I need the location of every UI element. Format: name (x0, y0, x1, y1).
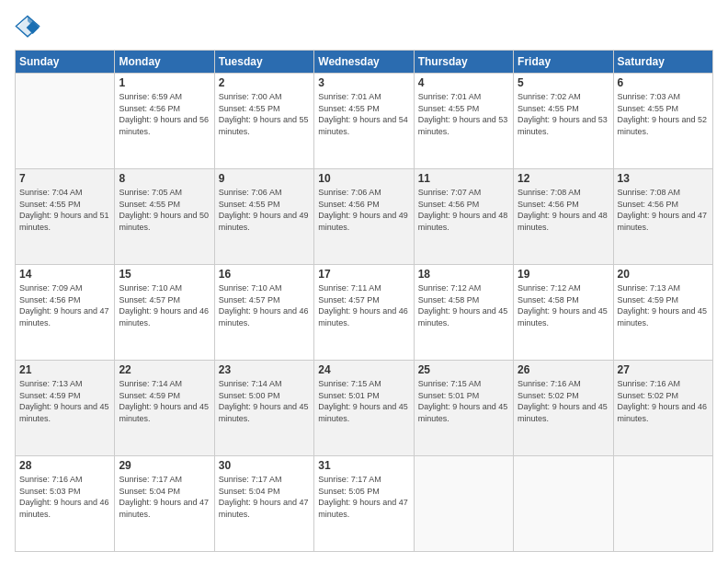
day-info: Sunrise: 7:01 AMSunset: 4:55 PMDaylight:… (318, 91, 409, 137)
day-info: Sunrise: 7:06 AMSunset: 4:56 PMDaylight:… (318, 187, 409, 233)
day-info: Sunrise: 7:17 AMSunset: 5:05 PMDaylight:… (318, 474, 409, 520)
calendar-cell: 25Sunrise: 7:15 AMSunset: 5:01 PMDayligh… (414, 361, 513, 456)
day-number: 13 (618, 172, 709, 185)
logo-icon (15, 15, 40, 40)
day-info: Sunrise: 7:10 AMSunset: 4:57 PMDaylight:… (119, 282, 210, 328)
day-info: Sunrise: 7:17 AMSunset: 5:04 PMDaylight:… (119, 474, 210, 520)
calendar-cell: 4Sunrise: 7:01 AMSunset: 4:55 PMDaylight… (414, 74, 513, 169)
calendar-cell: 24Sunrise: 7:15 AMSunset: 5:01 PMDayligh… (314, 361, 414, 456)
day-info: Sunrise: 6:59 AMSunset: 4:56 PMDaylight:… (119, 91, 210, 137)
day-info: Sunrise: 7:06 AMSunset: 4:55 PMDaylight:… (219, 187, 310, 233)
calendar-cell: 1Sunrise: 6:59 AMSunset: 4:56 PMDaylight… (115, 74, 214, 169)
calendar-cell: 9Sunrise: 7:06 AMSunset: 4:55 PMDaylight… (214, 169, 313, 265)
day-info: Sunrise: 7:14 AMSunset: 4:59 PMDaylight:… (119, 378, 210, 424)
calendar-cell: 30Sunrise: 7:17 AMSunset: 5:04 PMDayligh… (214, 456, 313, 552)
calendar-cell: 27Sunrise: 7:16 AMSunset: 5:02 PMDayligh… (613, 361, 712, 456)
day-number: 18 (418, 268, 509, 281)
week-row-1: 1Sunrise: 6:59 AMSunset: 4:56 PMDaylight… (16, 74, 713, 169)
day-number: 23 (219, 363, 310, 376)
calendar-cell: 22Sunrise: 7:14 AMSunset: 4:59 PMDayligh… (115, 361, 214, 456)
day-number: 17 (318, 268, 409, 281)
calendar-cell: 31Sunrise: 7:17 AMSunset: 5:05 PMDayligh… (314, 456, 414, 552)
week-row-2: 7Sunrise: 7:04 AMSunset: 4:55 PMDaylight… (16, 169, 713, 265)
day-number: 22 (119, 363, 210, 376)
calendar-cell: 7Sunrise: 7:04 AMSunset: 4:55 PMDaylight… (16, 169, 115, 265)
calendar-cell: 10Sunrise: 7:06 AMSunset: 4:56 PMDayligh… (314, 169, 414, 265)
day-info: Sunrise: 7:04 AMSunset: 4:55 PMDaylight:… (19, 187, 110, 233)
day-info: Sunrise: 7:13 AMSunset: 4:59 PMDaylight:… (19, 378, 110, 424)
calendar-cell: 12Sunrise: 7:08 AMSunset: 4:56 PMDayligh… (514, 169, 613, 265)
day-info: Sunrise: 7:00 AMSunset: 4:55 PMDaylight:… (219, 91, 310, 137)
week-row-3: 14Sunrise: 7:09 AMSunset: 4:56 PMDayligh… (16, 265, 713, 361)
day-number: 9 (219, 172, 310, 185)
weekday-header-monday: Monday (115, 51, 214, 74)
day-info: Sunrise: 7:12 AMSunset: 4:58 PMDaylight:… (418, 282, 509, 328)
calendar-cell: 15Sunrise: 7:10 AMSunset: 4:57 PMDayligh… (115, 265, 214, 361)
calendar-cell (414, 456, 513, 552)
day-number: 12 (518, 172, 609, 185)
day-info: Sunrise: 7:16 AMSunset: 5:02 PMDaylight:… (618, 378, 709, 424)
week-row-5: 28Sunrise: 7:16 AMSunset: 5:03 PMDayligh… (16, 456, 713, 552)
day-number: 24 (318, 363, 409, 376)
day-number: 19 (518, 268, 609, 281)
day-info: Sunrise: 7:11 AMSunset: 4:57 PMDaylight:… (318, 282, 409, 328)
day-info: Sunrise: 7:08 AMSunset: 4:56 PMDaylight:… (518, 187, 609, 233)
calendar-cell: 11Sunrise: 7:07 AMSunset: 4:56 PMDayligh… (414, 169, 513, 265)
day-number: 20 (618, 268, 709, 281)
calendar-cell: 17Sunrise: 7:11 AMSunset: 4:57 PMDayligh… (314, 265, 414, 361)
day-info: Sunrise: 7:14 AMSunset: 5:00 PMDaylight:… (219, 378, 310, 424)
day-info: Sunrise: 7:16 AMSunset: 5:03 PMDaylight:… (19, 474, 110, 520)
day-info: Sunrise: 7:12 AMSunset: 4:58 PMDaylight:… (518, 282, 609, 328)
calendar-cell: 19Sunrise: 7:12 AMSunset: 4:58 PMDayligh… (514, 265, 613, 361)
day-number: 2 (219, 76, 310, 89)
day-info: Sunrise: 7:16 AMSunset: 5:02 PMDaylight:… (518, 378, 609, 424)
calendar-cell (16, 74, 115, 169)
day-number: 21 (19, 363, 110, 376)
day-number: 3 (318, 76, 409, 89)
calendar-cell: 14Sunrise: 7:09 AMSunset: 4:56 PMDayligh… (16, 265, 115, 361)
calendar-page: SundayMondayTuesdayWednesdayThursdayFrid… (0, 0, 728, 563)
calendar-cell: 16Sunrise: 7:10 AMSunset: 4:57 PMDayligh… (214, 265, 313, 361)
day-number: 4 (418, 76, 509, 89)
weekday-header-thursday: Thursday (414, 51, 513, 74)
day-number: 26 (518, 363, 609, 376)
day-info: Sunrise: 7:17 AMSunset: 5:04 PMDaylight:… (219, 474, 310, 520)
day-info: Sunrise: 7:13 AMSunset: 4:59 PMDaylight:… (618, 282, 709, 328)
weekday-header-row: SundayMondayTuesdayWednesdayThursdayFrid… (16, 51, 713, 74)
day-number: 6 (618, 76, 709, 89)
calendar-cell: 28Sunrise: 7:16 AMSunset: 5:03 PMDayligh… (16, 456, 115, 552)
calendar-cell: 5Sunrise: 7:02 AMSunset: 4:55 PMDaylight… (514, 74, 613, 169)
weekday-header-friday: Friday (514, 51, 613, 74)
weekday-header-sunday: Sunday (16, 51, 115, 74)
day-number: 25 (418, 363, 509, 376)
header (15, 15, 713, 40)
calendar-cell (613, 456, 712, 552)
calendar-cell: 26Sunrise: 7:16 AMSunset: 5:02 PMDayligh… (514, 361, 613, 456)
day-number: 1 (119, 76, 210, 89)
weekday-header-saturday: Saturday (613, 51, 712, 74)
day-number: 8 (119, 172, 210, 185)
calendar-cell: 8Sunrise: 7:05 AMSunset: 4:55 PMDaylight… (115, 169, 214, 265)
calendar-cell: 18Sunrise: 7:12 AMSunset: 4:58 PMDayligh… (414, 265, 513, 361)
day-info: Sunrise: 7:05 AMSunset: 4:55 PMDaylight:… (119, 187, 210, 233)
calendar-cell: 13Sunrise: 7:08 AMSunset: 4:56 PMDayligh… (613, 169, 712, 265)
calendar-cell: 21Sunrise: 7:13 AMSunset: 4:59 PMDayligh… (16, 361, 115, 456)
day-info: Sunrise: 7:10 AMSunset: 4:57 PMDaylight:… (219, 282, 310, 328)
calendar-table: SundayMondayTuesdayWednesdayThursdayFrid… (15, 50, 713, 552)
day-number: 7 (19, 172, 110, 185)
day-number: 11 (418, 172, 509, 185)
day-info: Sunrise: 7:09 AMSunset: 4:56 PMDaylight:… (19, 282, 110, 328)
day-number: 28 (19, 459, 110, 472)
calendar-cell: 29Sunrise: 7:17 AMSunset: 5:04 PMDayligh… (115, 456, 214, 552)
day-info: Sunrise: 7:15 AMSunset: 5:01 PMDaylight:… (418, 378, 509, 424)
calendar-cell: 23Sunrise: 7:14 AMSunset: 5:00 PMDayligh… (214, 361, 313, 456)
day-number: 14 (19, 268, 110, 281)
day-number: 10 (318, 172, 409, 185)
calendar-cell: 3Sunrise: 7:01 AMSunset: 4:55 PMDaylight… (314, 74, 414, 169)
day-info: Sunrise: 7:02 AMSunset: 4:55 PMDaylight:… (518, 91, 609, 137)
day-info: Sunrise: 7:08 AMSunset: 4:56 PMDaylight:… (618, 187, 709, 233)
calendar-cell: 2Sunrise: 7:00 AMSunset: 4:55 PMDaylight… (214, 74, 313, 169)
day-info: Sunrise: 7:15 AMSunset: 5:01 PMDaylight:… (318, 378, 409, 424)
day-number: 27 (618, 363, 709, 376)
week-row-4: 21Sunrise: 7:13 AMSunset: 4:59 PMDayligh… (16, 361, 713, 456)
